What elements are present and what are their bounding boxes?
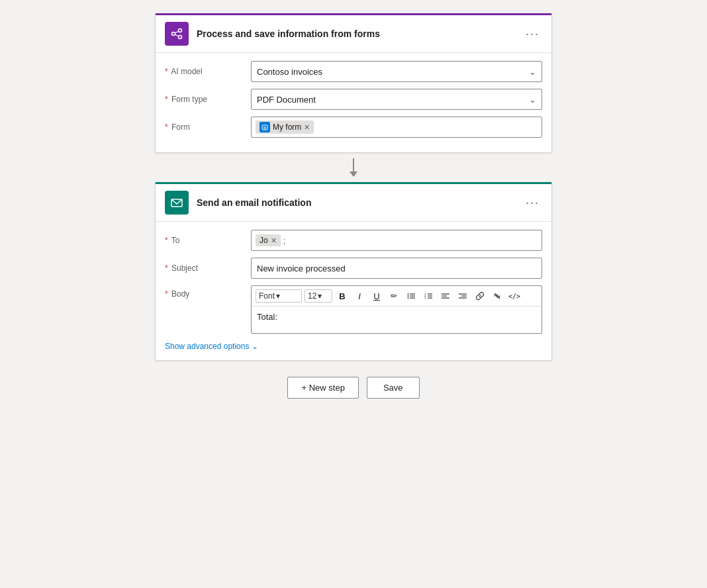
form-tag: My form ✕ <box>256 121 314 134</box>
to-row: * To Jo ✕ ; <box>165 230 542 251</box>
form-control: My form ✕ <box>251 117 542 138</box>
email-notification-card: Send an email notification ··· * To Jo ✕… <box>155 182 552 361</box>
svg-point-14 <box>408 297 409 299</box>
show-advanced-options[interactable]: Show advanced options ⌄ <box>165 340 542 352</box>
new-step-button[interactable]: + New step <box>287 377 358 399</box>
card2-menu-icon[interactable]: ··· <box>523 193 542 213</box>
svg-point-1 <box>179 29 182 32</box>
connector-arrowhead <box>350 172 357 177</box>
actions-row: + New step Save <box>287 377 419 399</box>
body-editor: Font ▾ 12 ▾ B I <box>251 285 542 334</box>
subject-input[interactable] <box>251 258 542 279</box>
form-type-control: PDF Document ⌄ <box>251 89 542 110</box>
card2-body: * To Jo ✕ ; * Subject <box>156 222 551 360</box>
email-icon <box>165 191 189 215</box>
body-toolbar: Font ▾ 12 ▾ B I <box>252 286 542 307</box>
form-type-row: * Form type PDF Document ⌄ <box>165 89 542 110</box>
form-type-label: * Form type <box>165 95 251 104</box>
card1-header: Process and save information from forms … <box>156 15 551 53</box>
svg-point-13 <box>408 295 409 297</box>
form-type-select[interactable]: PDF Document ⌄ <box>251 89 542 110</box>
font-chevron-icon: ▾ <box>276 291 280 301</box>
font-select[interactable]: Font ▾ <box>256 289 302 303</box>
form-type-chevron-icon: ⌄ <box>529 95 536 105</box>
to-label: * To <box>165 236 251 245</box>
pen-button[interactable]: ✏ <box>387 289 401 303</box>
form-label: * Form <box>165 122 251 132</box>
form-tag-input[interactable]: My form ✕ <box>251 117 542 138</box>
ai-model-chevron-icon: ⌄ <box>529 67 536 77</box>
align-left-button[interactable] <box>438 289 453 303</box>
subject-row: * Subject <box>165 258 542 279</box>
numbered-list-button[interactable]: 1 2 3 <box>421 289 436 303</box>
card2-title: Send an email notification <box>197 197 523 208</box>
svg-line-3 <box>175 31 179 33</box>
ai-model-control: Contoso invoices ⌄ <box>251 61 542 82</box>
to-control: Jo ✕ ; <box>251 230 542 251</box>
bullet-list-button[interactable] <box>404 289 418 303</box>
svg-line-4 <box>175 34 179 36</box>
unlink-button[interactable] <box>490 289 504 303</box>
connector-line <box>353 158 354 172</box>
ai-model-row: * AI model Contoso invoices ⌄ <box>165 61 542 82</box>
italic-button[interactable]: I <box>352 289 367 303</box>
to-separator: ; <box>283 236 286 246</box>
font-size-select[interactable]: 12 ▾ <box>305 289 332 303</box>
align-right-button[interactable] <box>455 289 470 303</box>
ai-model-label: * AI model <box>165 67 251 76</box>
svg-line-27 <box>495 293 500 299</box>
form-tag-remove[interactable]: ✕ <box>304 123 310 132</box>
svg-point-2 <box>179 36 182 39</box>
to-tag: Jo ✕ <box>256 234 281 246</box>
to-tag-input[interactable]: Jo ✕ ; <box>251 230 542 251</box>
link-button[interactable] <box>473 289 487 303</box>
body-row: * Body Font ▾ 12 <box>165 285 542 334</box>
card1-menu-icon[interactable]: ··· <box>523 24 542 44</box>
to-tag-remove[interactable]: ✕ <box>271 236 277 245</box>
connector-arrow <box>350 153 357 182</box>
show-advanced-chevron-icon: ⌄ <box>252 342 258 351</box>
subject-control <box>251 258 542 279</box>
card2-header: Send an email notification ··· <box>156 184 551 222</box>
body-label: * Body <box>165 289 251 299</box>
font-size-chevron-icon: ▾ <box>318 291 322 301</box>
underline-button[interactable]: U <box>369 289 384 303</box>
form-tag-icon <box>259 122 270 132</box>
body-content[interactable]: Total: <box>252 307 542 333</box>
svg-point-12 <box>408 293 409 295</box>
save-button[interactable]: Save <box>367 377 420 399</box>
bold-button[interactable]: B <box>335 289 350 303</box>
svg-text:3: 3 <box>424 296 426 299</box>
form-row: * Form My for <box>165 117 542 138</box>
svg-point-0 <box>172 32 175 36</box>
process-icon <box>165 22 189 46</box>
subject-label: * Subject <box>165 264 251 273</box>
process-forms-card: Process and save information from forms … <box>155 13 552 153</box>
code-button[interactable]: </> <box>507 289 522 303</box>
card1-body: * AI model Contoso invoices ⌄ * Form typ… <box>156 53 551 152</box>
card1-title: Process and save information from forms <box>197 28 523 39</box>
body-control: Font ▾ 12 ▾ B I <box>251 285 542 334</box>
ai-model-select[interactable]: Contoso invoices ⌄ <box>251 61 542 82</box>
